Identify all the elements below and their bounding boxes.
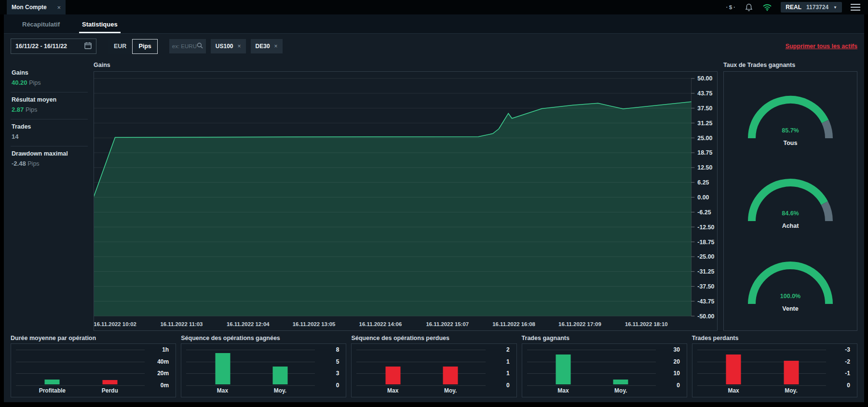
price-alert-icon[interactable]: $	[726, 2, 735, 12]
remove-all-assets-link[interactable]: Supprimer tous les actifs	[786, 43, 857, 50]
mini-gridline	[186, 373, 315, 374]
mini-tick-label: 1	[506, 358, 510, 365]
hamburger-menu-icon[interactable]	[851, 2, 860, 12]
y-tick-label: 25.00	[697, 135, 712, 142]
mini-bar	[784, 361, 799, 384]
y-tick-label: -31.25	[697, 268, 714, 275]
gauge-value: 85.7%	[740, 127, 841, 134]
y-tick-label: -50.00	[697, 313, 714, 320]
x-tick-label: 16.11.2022 15:07	[426, 321, 469, 327]
mini-chart-box: 1h40m20m0mProfitablePerdu	[11, 343, 176, 397]
mini-tick-label: 1h	[162, 346, 169, 353]
stat-value: 40.20	[12, 79, 27, 86]
mini-gridline	[186, 350, 315, 350]
chevron-down-icon: ▼	[833, 5, 837, 10]
y-tick-label: 31.25	[697, 120, 712, 127]
mini-tick-label: 3	[336, 370, 339, 377]
mini-bar	[726, 354, 741, 384]
x-tick-label: 16.11.2022 13:05	[293, 321, 336, 327]
window-tab-mon-compte[interactable]: Mon Compte ×	[7, 0, 66, 14]
topbar-actions: $ REAL 1173724	[726, 0, 868, 14]
mini-gridline	[186, 362, 315, 362]
mini-gridline	[356, 385, 485, 386]
mini-tick-label: 5	[336, 358, 339, 365]
mini-tick-label: 0	[677, 382, 680, 389]
mini-category-label: Max	[537, 387, 590, 394]
mini-category-label: Perdu	[83, 387, 136, 394]
date-range-picker[interactable]: 16/11/22 - 16/11/22	[11, 39, 96, 54]
x-tick-label: 16.11.2022 17:09	[558, 321, 601, 327]
unit-toggle-group: EUR Pips	[108, 39, 158, 54]
gauge-vente: 100.0% Vente	[740, 256, 841, 312]
tab-recapitulatif[interactable]: Récapitulatif	[19, 21, 63, 33]
gains-chart-panel: Gains 50.0043.7537.5031.2525.0018.7512.5…	[94, 62, 718, 331]
y-tick-label: 37.50	[697, 105, 712, 112]
mini-gridline	[16, 373, 145, 374]
mini-gridline	[356, 350, 485, 350]
mini-bar	[613, 380, 628, 384]
win-rate-gauges: 85.7% Tous 84.6% Achat 100.0% Vente	[723, 71, 857, 331]
mini-bar	[45, 380, 60, 384]
y-tick-label: 18.75	[697, 150, 712, 157]
mini-tick-label: 8	[336, 346, 339, 353]
mini-category-label: Moy.	[594, 387, 647, 394]
gains-chart: 50.0043.7537.5031.2525.0018.7512.506.250…	[94, 71, 718, 331]
mini-tick-label: 0	[847, 382, 850, 389]
mini-gridline	[527, 373, 656, 374]
currency-toggle-button[interactable]: EUR	[108, 39, 132, 54]
mini-tick-label: -3	[845, 346, 850, 353]
window-tab-title: Mon Compte	[12, 4, 53, 11]
symbol-search-input[interactable]	[172, 43, 197, 49]
gauge-label: Vente	[740, 305, 841, 312]
mini-bar	[556, 354, 570, 384]
account-type-badge: REAL	[786, 4, 801, 11]
mini-gridline	[527, 385, 656, 386]
y-tick-label: -25.00	[697, 253, 714, 260]
mini-chart-box: 8530MaxMoy.	[181, 343, 346, 397]
asset-tag-de30[interactable]: DE30 ×	[251, 39, 283, 53]
y-tick-label: -43.75	[697, 298, 714, 305]
mini-tick-label: 0	[336, 382, 339, 389]
gauge-achat: 84.6% Achat	[740, 173, 841, 229]
mini-gridline	[697, 385, 826, 386]
mini-gridline	[16, 362, 145, 362]
asset-tag-us100[interactable]: US100 ×	[211, 39, 246, 53]
account-selector[interactable]: REAL 1173724 ▼	[781, 2, 842, 13]
filter-bar: 16/11/22 - 16/11/22 EUR Pips	[4, 34, 864, 59]
close-icon[interactable]: ×	[57, 4, 61, 11]
gauge-label: Tous	[740, 140, 841, 146]
gauge-value: 100.0%	[740, 293, 841, 300]
y-tick-label: -18.75	[697, 239, 714, 246]
remove-tag-icon[interactable]: ×	[238, 43, 241, 50]
gauge-tous: 85.7% Tous	[740, 90, 841, 146]
mini-bar	[443, 367, 458, 384]
wifi-connection-icon[interactable]	[762, 2, 772, 12]
main-area: Gains 40.20 Pips Résultat moyen 2.87 Pip…	[4, 59, 864, 331]
remove-tag-icon[interactable]: ×	[274, 43, 278, 50]
mini-gridline	[697, 350, 826, 350]
pips-toggle-button[interactable]: Pips	[132, 39, 157, 54]
trading-app: Mon Compte × $	[0, 0, 868, 407]
mini-category-label: Profitable	[26, 387, 79, 394]
top-bar: Mon Compte × $	[0, 0, 868, 14]
x-tick-label: 16.11.2022 14:06	[359, 321, 402, 327]
y-tick-label: -12.50	[697, 224, 714, 231]
gauge-label: Achat	[740, 223, 841, 229]
mini-chart-seq-perdues: Séquence des opérations perdues 2110MaxM…	[351, 335, 516, 397]
y-tick-label: 12.50	[697, 164, 712, 171]
y-tick-label: 43.75	[697, 90, 712, 97]
x-tick-label: 16.11.2022 18:10	[625, 321, 668, 327]
mini-tick-label: 1	[506, 370, 510, 377]
y-tick-label: 0.00	[697, 194, 709, 201]
mini-gridline	[697, 362, 826, 362]
stat-value: -2.48	[12, 160, 26, 167]
mini-chart-box: -3-2-10MaxMoy.	[692, 343, 857, 397]
mini-gridline	[527, 350, 656, 350]
bell-icon[interactable]	[744, 2, 754, 12]
mini-tick-label: -1	[845, 370, 850, 377]
tab-statistiques[interactable]: Statistiques	[79, 21, 121, 33]
mini-tick-label: 30	[673, 346, 679, 353]
page-shell: Récapitulatif Statistiques 16/11/22 - 16…	[4, 14, 864, 402]
mini-chart-box: 3020100MaxMoy.	[522, 343, 687, 397]
y-tick-label: -37.50	[697, 283, 714, 290]
